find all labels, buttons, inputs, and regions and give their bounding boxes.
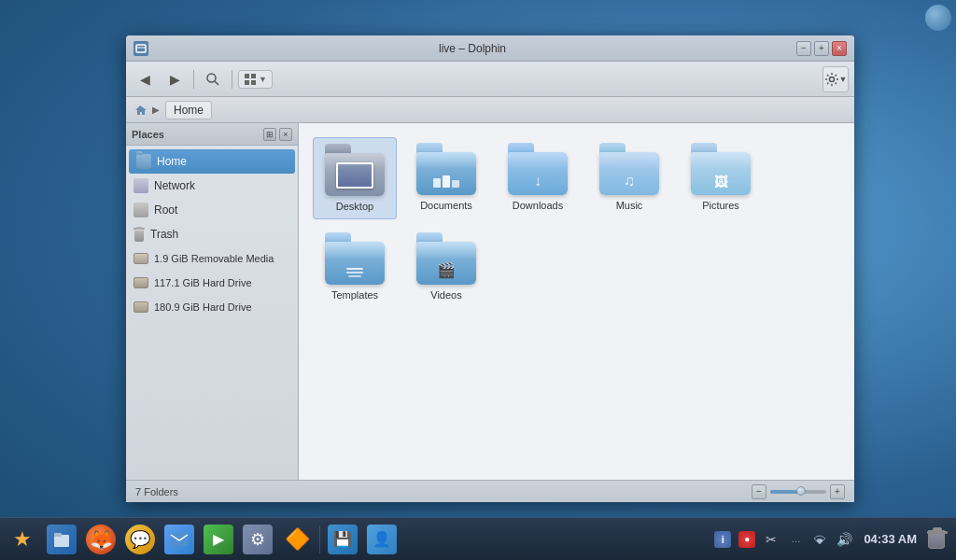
gear-icon [824,72,839,87]
trash-tray-icon[interactable] [926,529,947,550]
taskbar-usb-button[interactable]: 💾 [324,522,361,557]
cone-taskbar-icon: 🔶 [282,525,312,554]
sidebar-item-hdd2[interactable]: 180.9 GiB Hard Drive [126,295,298,319]
firefox-taskbar-icon: 🦊 [86,525,116,554]
taskbar-cone-button[interactable]: 🔶 [278,522,316,557]
file-grid: Desktop Documents [313,137,840,308]
downloads-label: Downloads [513,199,563,212]
view-button[interactable]: ▼ [238,70,273,89]
titlebar: live – Dolphin − + × [126,35,854,62]
desktop-label: Desktop [336,200,373,213]
documents-label: Documents [420,199,472,212]
downloads-folder-icon: ↓ [508,143,568,195]
taskbar-media-button[interactable]: ▶ [200,522,237,557]
sidebar-item-trash[interactable]: Trash [126,222,298,246]
file-item-music[interactable]: ♫ Music [587,137,671,219]
sidebar-actions: ⊞ × [263,128,292,141]
red-indicator-icon[interactable]: ● [737,529,757,550]
dots-tray-icon[interactable]: … [785,529,806,550]
file-item-pictures[interactable]: 🖼 Pictures [679,137,763,219]
system-clock[interactable]: 04:33 AM [858,532,922,546]
location-separator: ▶ [152,105,160,115]
music-folder-icon: ♫ [599,143,659,195]
sidebar-configure-button[interactable]: ⊞ [263,128,276,141]
sidebar-item-root[interactable]: Root [126,198,298,222]
videos-label: Videos [430,288,461,301]
sidebar-item-trash-label: Trash [150,228,178,241]
taskbar-mail-button[interactable] [161,522,198,557]
svg-rect-6 [245,80,249,85]
documents-folder-icon [416,143,476,195]
media-player-taskbar-icon: ▶ [204,525,233,554]
usb-taskbar-icon: 💾 [328,525,358,554]
grid-view-icon [244,73,257,86]
mail-taskbar-icon [164,525,194,554]
back-button[interactable]: ◀ [132,66,158,92]
home-breadcrumb[interactable]: Home [165,101,212,119]
file-item-documents[interactable]: Documents [404,137,488,219]
titlebar-buttons: − + × [796,41,847,56]
root-icon [134,203,148,217]
locationbar: ▶ Home [126,97,854,123]
zoom-slider[interactable] [770,490,826,494]
toolbar-separator-1 [193,70,194,89]
search-button[interactable] [200,66,226,92]
svg-rect-11 [171,533,188,546]
info-tray-icon[interactable]: i [712,529,733,550]
sidebar-item-home-label: Home [157,155,187,168]
music-label: Music [616,199,643,212]
sidebar-item-removable-label: 1.9 GiB Removable Media [154,253,274,264]
zoom-in-button[interactable]: + [830,484,845,499]
taskbar-firefox-button[interactable]: 🦊 [82,522,120,557]
pictures-label: Pictures [702,199,739,212]
forward-button[interactable]: ▶ [162,66,188,92]
dolphin-window: live – Dolphin − + × ◀ ▶ ▼ [126,35,854,502]
file-item-videos[interactable]: 🎬 Videos [404,227,488,307]
templates-folder-icon [325,232,385,285]
taskbar-settings-button[interactable]: ⚙ [239,522,276,557]
sidebar-item-removable[interactable]: 1.9 GiB Removable Media [126,246,298,271]
sidebar-item-hdd1[interactable]: 117.1 GiB Hard Drive [126,271,298,295]
taskbar-person-button[interactable]: 👤 [363,522,401,557]
hdd1-icon [134,277,148,288]
wifi-tray-icon[interactable] [809,529,830,550]
maximize-button[interactable]: + [814,41,829,56]
chat-taskbar-icon: 💬 [125,525,155,554]
file-item-templates[interactable]: Templates [313,227,397,307]
taskbar-chat-button[interactable]: 💬 [121,522,159,557]
taskbar-divider-1 [319,525,320,553]
sidebar-item-network-label: Network [154,179,195,192]
window-icon [134,41,148,56]
svg-rect-7 [251,80,256,85]
sidebar-close-button[interactable]: × [279,128,292,141]
star-taskbar-icon: ★ [7,525,37,554]
taskbar-files-button[interactable] [43,522,80,557]
file-item-downloads[interactable]: ↓ Downloads [496,137,580,219]
zoom-slider-thumb [796,486,806,496]
sidebar: Places ⊞ × Home Network Root [126,123,299,480]
sidebar-item-home[interactable]: Home [129,149,295,174]
system-tray: i ● ✂ … 🔊 04:33 AM [712,529,952,550]
zoom-out-button[interactable]: − [752,484,766,499]
settings-button[interactable]: ▼ [822,66,849,92]
svg-point-8 [829,77,834,81]
removable-media-icon [134,253,148,264]
pictures-folder-icon: 🖼 [691,143,751,195]
sidebar-item-hdd1-label: 117.1 GiB Hard Drive [154,277,252,288]
sidebar-header: Places ⊞ × [126,123,298,146]
folder-count: 7 Folders [135,486,178,497]
sidebar-item-root-label: Root [154,203,177,217]
file-area: Desktop Documents [299,123,854,480]
taskbar-star-button[interactable]: ★ [4,522,41,557]
svg-line-3 [215,81,218,85]
main-content: Places ⊞ × Home Network Root [126,123,854,480]
toolbar-separator-2 [232,70,232,89]
volume-tray-icon[interactable]: 🔊 [834,529,854,550]
close-button[interactable]: × [832,41,847,56]
hdd2-icon [134,301,148,313]
file-item-desktop[interactable]: Desktop [313,137,397,219]
minimize-button[interactable]: − [796,41,811,56]
svg-rect-10 [54,533,62,537]
sidebar-item-network[interactable]: Network [126,174,298,198]
scissors-tray-icon[interactable]: ✂ [761,529,781,550]
